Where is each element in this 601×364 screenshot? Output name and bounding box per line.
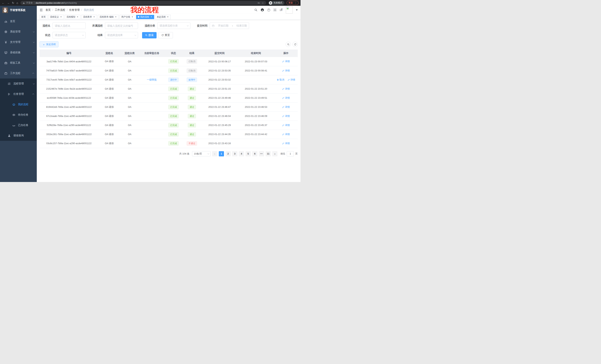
table-search-toggle-button[interactable] xyxy=(286,42,291,47)
tab-process-form[interactable]: 流程表单 × xyxy=(81,15,97,19)
font-size-icon[interactable]: TT xyxy=(280,9,283,11)
sidebar-item-process-mgmt[interactable]: 流程管理 xyxy=(0,78,37,89)
table-row: 52ffd28e-7b9a-11ec-a290-acde48001122 OA … xyxy=(40,121,298,130)
back-icon[interactable]: ← xyxy=(2,1,5,4)
page-button-6[interactable]: 6 xyxy=(252,151,257,156)
search-button[interactable]: 搜索 xyxy=(142,32,157,38)
start-process-button[interactable]: ＋ 发起流程 xyxy=(40,41,59,47)
help-icon[interactable]: ? xyxy=(267,9,270,11)
tab-process-model[interactable]: 流程模型 × xyxy=(65,15,80,19)
cell-status: 已完成 xyxy=(165,130,182,139)
category-select[interactable]: 请选择流程分类 xyxy=(157,22,190,29)
sidebar-collapse-icon[interactable] xyxy=(40,8,43,12)
detail-button[interactable]: 详情 xyxy=(282,60,290,63)
end-date-input[interactable]: 结束日期 xyxy=(236,24,247,28)
sidebar-item-payment-mgmt[interactable]: 支付管理 xyxy=(0,37,37,47)
browser-menu-icon[interactable]: ⋮ xyxy=(294,1,297,4)
cell-submit-time: 2022-01-23 00:06:17 xyxy=(201,57,238,66)
trash-icon xyxy=(277,79,279,81)
tab-start-process[interactable]: 发起流程 × xyxy=(155,15,171,19)
goto-page-input[interactable] xyxy=(287,151,294,156)
tab-my-process[interactable]: 我的流程 × xyxy=(136,15,154,19)
search-icon[interactable] xyxy=(254,8,257,11)
page-button-2[interactable]: 2 xyxy=(225,151,231,156)
detail-button[interactable]: 详情 xyxy=(282,105,290,109)
sidebar-item-done-tasks[interactable]: 已办任务 xyxy=(0,120,37,130)
detail-button[interactable]: 详情 xyxy=(282,124,290,127)
tab-close-icon[interactable]: × xyxy=(60,16,62,18)
breadcrumb-item[interactable]: 任务管理 xyxy=(69,8,82,12)
page-button-1[interactable]: 1 xyxy=(219,151,224,156)
detail-button[interactable]: 详情 xyxy=(288,78,295,81)
url-bar[interactable]: 不安全 dashboard.yudao.iocoder.cn/bpm/task/… xyxy=(20,1,266,5)
sidebar-item-todo-tasks[interactable]: 待办任务 xyxy=(0,110,37,120)
breadcrumb-item[interactable]: 首页 xyxy=(46,8,53,12)
tab-process-definition[interactable]: 流程定义 × xyxy=(48,15,64,19)
sidebar-item-infrastructure[interactable]: 基础设施 xyxy=(0,47,37,58)
detail-button[interactable]: 详情 xyxy=(282,115,290,118)
sidebar-item-task-mgmt[interactable]: 任务管理 xyxy=(0,89,37,99)
page-button-11[interactable]: 11 xyxy=(266,151,271,156)
table-row: 2152467e-7b9b-11ec-9a1b-acde48001122 OA … xyxy=(40,84,298,93)
detail-button[interactable]: 详情 xyxy=(282,69,290,72)
logo-row[interactable]: 芋道管理系统 xyxy=(0,6,37,15)
sidebar-item-system-mgmt[interactable]: 系统管理 xyxy=(0,27,37,37)
tab-user-group[interactable]: 用户分组 × xyxy=(120,15,135,19)
detail-button[interactable]: 详情 xyxy=(282,87,290,91)
app-title: 芋道管理系统 xyxy=(10,9,25,12)
status-badge: 已完成 xyxy=(168,87,179,91)
breadcrumb-item[interactable]: 我的流程 xyxy=(84,8,94,12)
tab-home[interactable]: 首页 xyxy=(40,15,47,19)
update-button[interactable]: 更新 ⋮ xyxy=(287,1,299,5)
detail-button[interactable]: 详情 xyxy=(282,96,290,100)
prev-page-button[interactable]: ‹ xyxy=(212,151,217,156)
detail-button[interactable]: 详情 xyxy=(282,133,290,136)
tab-close-icon[interactable]: × xyxy=(115,16,117,18)
cancel-button[interactable]: 取消 xyxy=(277,78,284,81)
page-button-4[interactable]: 4 xyxy=(239,151,244,156)
start-date-input[interactable]: 开始日期 xyxy=(218,24,229,28)
fullscreen-icon[interactable] xyxy=(273,8,277,11)
reset-button[interactable]: 重置 xyxy=(159,32,173,38)
page-button-3[interactable]: 3 xyxy=(232,151,237,156)
status-badge: 已完成 xyxy=(168,114,179,118)
current-task-link[interactable]: 一级审批 xyxy=(147,78,157,81)
page-button-ellipsis[interactable]: ••• xyxy=(259,151,264,156)
password-key-icon[interactable] xyxy=(258,2,260,4)
tab-close-icon[interactable]: × xyxy=(150,16,152,18)
github-icon[interactable] xyxy=(260,8,264,12)
sidebar-item-label: 我的流程 xyxy=(18,103,34,106)
result-select[interactable]: 请选择流结果 xyxy=(105,32,138,38)
avatar[interactable] xyxy=(286,6,293,14)
forward-icon[interactable]: → xyxy=(7,1,10,4)
table-refresh-button[interactable] xyxy=(292,42,298,47)
browser-toolbar: ← → ↻ ⌂ 不安全 dashboard.yudao.iocoder.cn/b… xyxy=(0,0,300,6)
sidebar-item-workflow[interactable]: 工作流程 xyxy=(0,68,37,78)
status-select[interactable]: 请选择状态 xyxy=(52,32,86,38)
process-name-input[interactable] xyxy=(52,22,86,29)
tab-process-form-edit[interactable]: 流程表单-编辑 × xyxy=(98,15,119,19)
bookmark-star-icon[interactable]: ☆ xyxy=(261,1,264,4)
cell-id: 03c6c157-7b9a-11ec-a290-acde48001122 xyxy=(40,139,98,148)
incognito-icon xyxy=(269,1,272,5)
breadcrumb-item[interactable]: 工作流程 xyxy=(55,8,68,12)
sidebar-item-leave-query[interactable]: 请假查询 xyxy=(0,130,37,141)
sidebar-item-home[interactable]: 首页 xyxy=(0,16,37,27)
cell-status: 已完成 xyxy=(165,66,182,75)
detail-button[interactable]: 详情 xyxy=(282,142,290,145)
pencil-icon xyxy=(282,115,284,117)
caret-down-icon[interactable] xyxy=(296,10,298,10)
owner-process-input[interactable] xyxy=(105,22,138,29)
sidebar-item-my-process[interactable]: 我的流程 xyxy=(0,99,37,110)
home-icon[interactable]: ⌂ xyxy=(17,1,18,4)
reload-icon[interactable]: ↻ xyxy=(12,1,14,4)
tab-close-icon[interactable]: × xyxy=(93,16,95,18)
next-page-button[interactable]: › xyxy=(272,151,278,156)
submit-time-range-picker[interactable]: 开始日期 - 结束日期 xyxy=(210,22,249,29)
tab-close-icon[interactable]: × xyxy=(131,16,133,18)
sidebar-item-dev-tools[interactable]: 研发工具 xyxy=(0,58,37,68)
page-button-5[interactable]: 5 xyxy=(246,151,251,156)
tab-close-icon[interactable]: × xyxy=(167,16,169,18)
page-size-select[interactable]: 10条/页 xyxy=(192,151,210,156)
tab-close-icon[interactable]: × xyxy=(76,16,79,18)
